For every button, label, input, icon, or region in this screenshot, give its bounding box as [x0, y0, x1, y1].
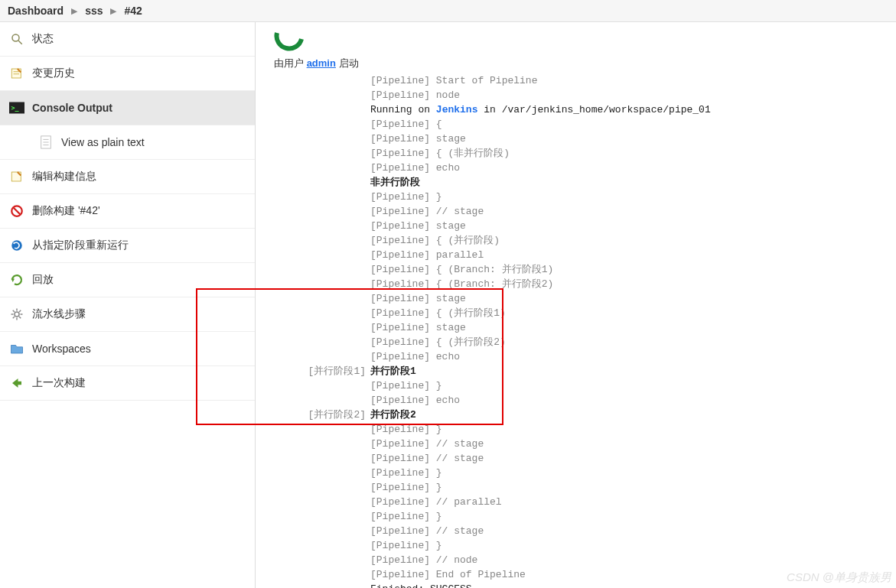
terminal-icon: >_	[9, 100, 24, 115]
replay-icon	[9, 272, 24, 288]
arrow-left-icon	[9, 375, 24, 391]
sidebar-item-changes[interactable]: 变更历史	[0, 57, 255, 91]
search-icon	[9, 31, 24, 47]
breadcrumb-build[interactable]: #42	[124, 5, 142, 17]
sidebar-item-label: Console Output	[32, 102, 112, 114]
watermark: CSDN @单身贵族男	[787, 570, 891, 585]
svg-marker-16	[11, 279, 15, 283]
sidebar-item-edit-build[interactable]: 编辑构建信息	[0, 160, 255, 194]
svg-line-25	[19, 310, 21, 312]
document-icon	[38, 135, 54, 150]
sidebar-item-replay[interactable]: 回放	[0, 263, 255, 297]
breadcrumb: Dashboard ▶ sss ▶ #42	[0, 0, 896, 22]
sidebar-item-label: 回放	[32, 273, 54, 287]
sidebar-item-label: Workspaces	[32, 343, 91, 355]
sidebar-item-label: View as plain text	[61, 136, 145, 148]
svg-text:>_: >_	[11, 104, 20, 112]
sidebar-item-pipeline-steps[interactable]: 流水线步骤	[0, 297, 255, 332]
delete-icon	[9, 203, 24, 219]
sidebar-item-workspaces[interactable]: Workspaces	[0, 332, 255, 366]
folder-icon	[9, 341, 24, 356]
svg-line-23	[19, 317, 21, 318]
sidebar-item-plaintext[interactable]: View as plain text	[0, 125, 255, 160]
sidebar-item-label: 流水线步骤	[32, 307, 86, 321]
svg-point-17	[15, 312, 19, 317]
sidebar-item-label: 删除构建 '#42'	[32, 204, 100, 218]
restart-icon	[9, 238, 24, 253]
sidebar-item-label: 编辑构建信息	[32, 170, 96, 184]
svg-point-14	[11, 240, 22, 251]
sidebar-item-label: 上一次构建	[32, 376, 86, 390]
console-output-panel: 由用户 admin 启动 [Pipeline] Start of Pipelin…	[256, 22, 896, 588]
started-by-user-link[interactable]: admin	[307, 57, 336, 69]
sidebar-item-label: 状态	[32, 32, 54, 46]
sidebar-item-label: 从指定阶段重新运行	[32, 239, 129, 252]
notepad-icon	[9, 66, 24, 81]
svg-point-0	[12, 34, 19, 41]
chevron-right-icon: ▶	[110, 6, 116, 16]
sidebar-item-console[interactable]: >_ Console Output	[0, 91, 255, 125]
console-log: [Pipeline] Start of Pipeline[Pipeline] n…	[274, 73, 888, 588]
sidebar: 状态 变更历史 >_ Console Output View as plain …	[0, 22, 256, 588]
sidebar-item-delete-build[interactable]: 删除构建 '#42'	[0, 194, 255, 229]
svg-line-13	[14, 208, 21, 215]
sidebar-item-restart-stage[interactable]: 从指定阶段重新运行	[0, 229, 255, 263]
sidebar-item-status[interactable]: 状态	[0, 22, 255, 57]
svg-line-24	[13, 317, 15, 318]
sidebar-item-previous-build[interactable]: 上一次构建	[0, 366, 255, 401]
sidebar-item-label: 变更历史	[32, 67, 75, 80]
svg-line-22	[13, 310, 15, 312]
breadcrumb-job[interactable]: sss	[85, 5, 103, 17]
started-by-line: 由用户 admin 启动	[274, 57, 888, 70]
edit-icon	[9, 169, 24, 184]
gear-icon	[9, 307, 24, 322]
svg-marker-26	[12, 378, 21, 388]
svg-line-1	[18, 41, 22, 44]
breadcrumb-dashboard[interactable]: Dashboard	[8, 5, 64, 17]
chevron-right-icon: ▶	[71, 6, 77, 16]
